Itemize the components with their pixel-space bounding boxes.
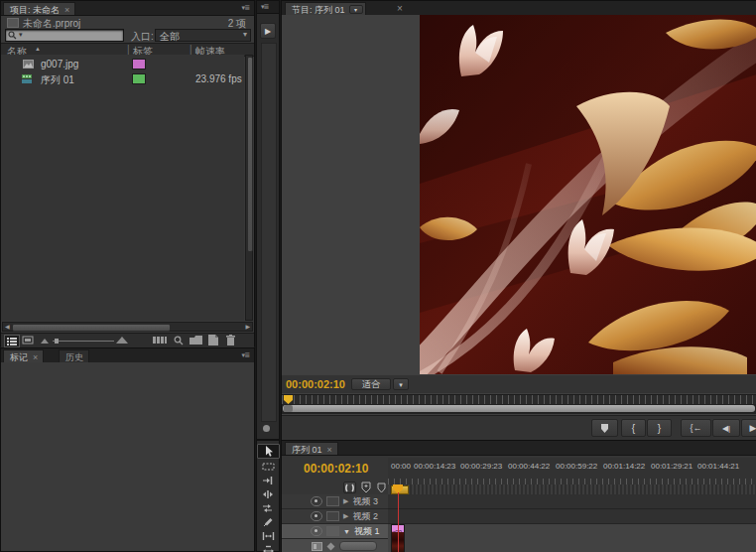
encore-chapter-marker-button[interactable] [361, 482, 371, 493]
tab-project[interactable]: 项目: 未命名× [3, 2, 75, 15]
track-header-v1[interactable]: ▼ 视频 1 [282, 524, 388, 539]
search-input[interactable]: ▾ [5, 29, 124, 42]
scroll-right-icon[interactable]: ▶ [245, 323, 250, 330]
monitor-time-ruler[interactable] [282, 394, 756, 404]
list-item-g007[interactable]: g007.jpg [1, 57, 244, 71]
razor-tool[interactable] [258, 515, 279, 528]
delete-button[interactable] [226, 335, 235, 345]
search-icon [8, 31, 17, 40]
monitor-timecode-row: 00:00:02:10 适合 ▾ [282, 375, 756, 393]
entry-select[interactable]: 全部 ▾ [155, 29, 251, 42]
selection-tool[interactable] [257, 444, 280, 459]
track-collapse-icon[interactable]: ▶ [343, 512, 348, 520]
list-item-sequence[interactable]: 序列 01 23.976 fps [1, 71, 244, 86]
zoom-in-icon[interactable] [116, 337, 128, 344]
tab-history[interactable]: 历史 [59, 349, 89, 362]
track-name: 视频 2 [352, 510, 378, 523]
track-collapse-icon[interactable]: ▼ [343, 528, 350, 535]
add-marker-button[interactable] [591, 419, 618, 437]
close-icon[interactable]: × [327, 445, 332, 455]
vscroll-thumb[interactable] [247, 57, 253, 252]
clip-label: g00 [392, 529, 402, 532]
expand-panel-button[interactable]: ▶ [260, 23, 276, 39]
go-to-in-button[interactable]: {← [681, 419, 711, 437]
collapsed-panel-strip: ▾≣ ▶ [256, 0, 280, 440]
monitor-area-bar[interactable] [282, 404, 756, 414]
track-header-v3[interactable]: ▶ 视频 3 [282, 494, 388, 509]
timeline-timecode[interactable]: 00:00:02:10 [304, 462, 368, 476]
timeline-content: 00:00:02:10 00:00 00:00:14:23 00:00:29:2… [282, 455, 756, 552]
close-icon[interactable]: × [33, 352, 38, 362]
track-lane-v1[interactable] [388, 524, 756, 552]
track-lane-v3[interactable] [388, 494, 756, 509]
tab-sequence-01[interactable]: 序列 01× [285, 442, 338, 455]
icon-view-button[interactable] [22, 336, 34, 345]
monitor-tab-dropdown[interactable]: ▾ [349, 5, 363, 14]
lowerleft-tabstrip: 标记× 历史 ▾≣ [1, 348, 254, 363]
automate-to-sequence-button[interactable] [153, 336, 167, 345]
track-lock-icon[interactable] [326, 496, 339, 506]
label-chip[interactable] [132, 59, 146, 69]
slide-tool[interactable] [258, 543, 279, 552]
panel-dot-icon [263, 425, 270, 432]
go-to-in-icon: {← [690, 423, 701, 433]
track-lock-icon[interactable] [326, 526, 339, 536]
new-bin-button[interactable] [189, 336, 202, 345]
ripple-edit-tool[interactable] [258, 474, 279, 486]
mark-out-button[interactable]: } [647, 419, 672, 437]
new-item-button[interactable] [208, 335, 218, 345]
snap-button[interactable] [343, 482, 356, 493]
track-lane-v2[interactable] [388, 509, 756, 524]
show-keyframes-icon[interactable] [326, 542, 335, 551]
toggle-track-output-icon[interactable] [311, 526, 322, 536]
label-chip[interactable] [132, 73, 146, 84]
fit-dropdown[interactable]: 适合 [351, 378, 391, 390]
close-icon[interactable]: × [64, 5, 69, 15]
step-back-button[interactable]: ◀| [712, 419, 740, 437]
rate-stretch-tool[interactable] [258, 501, 279, 514]
timeline-ruler[interactable]: 00:00 00:00:14:23 00:00:29:23 00:00:44:2… [388, 458, 756, 485]
panel-menu-icon[interactable]: ▾≣ [242, 351, 249, 359]
hscroll-thumb[interactable] [12, 324, 171, 332]
project-filter-row: ▾ 入口: 全部 ▾ [1, 28, 254, 42]
tab-markers[interactable]: 标记× [3, 349, 44, 362]
area-bar-handle[interactable] [284, 405, 293, 412]
track-select-tool[interactable] [258, 460, 279, 473]
panel-menu-icon[interactable]: ▾≣ [261, 3, 268, 11]
image-clip-icon [23, 60, 34, 69]
program-monitor-panel: 节目: 序列 01 ▾ × [281, 0, 756, 440]
mark-in-button[interactable]: { [621, 419, 646, 437]
unnumbered-marker-button[interactable] [377, 483, 386, 493]
list-view-button[interactable] [4, 335, 20, 347]
scroll-left-icon[interactable]: ◀ [5, 323, 10, 330]
step-back-icon: ◀| [722, 424, 730, 433]
track-options-slider[interactable] [339, 541, 377, 551]
work-area-bar[interactable] [388, 484, 756, 494]
playhead-line[interactable] [398, 492, 399, 552]
project-hscrollbar[interactable]: ◀ ▶ [2, 322, 253, 332]
track-header-v1-options [282, 539, 388, 552]
close-icon[interactable]: × [397, 3, 403, 14]
zoom-slider[interactable] [53, 341, 114, 342]
zoom-slider-handle[interactable] [55, 339, 59, 344]
zoom-out-icon[interactable] [41, 339, 49, 344]
toggle-track-output-icon[interactable] [311, 511, 322, 521]
find-button[interactable] [174, 336, 184, 345]
rolling-edit-tool[interactable] [258, 487, 279, 500]
tab-program-monitor[interactable]: 节目: 序列 01 ▾ [285, 2, 366, 15]
play-button[interactable]: ▶ [741, 419, 756, 437]
slip-tool[interactable] [258, 529, 279, 542]
project-vscrollbar[interactable] [245, 55, 253, 321]
premiere-app-window: { "icons": { "close": "×", "dropdown": "… [0, 0, 756, 552]
search-dropdown-icon[interactable]: ▾ [19, 31, 23, 39]
track-lock-icon[interactable] [326, 511, 339, 521]
track-collapse-icon[interactable]: ▶ [343, 497, 348, 505]
fit-dropdown-arrow[interactable]: ▾ [393, 378, 409, 390]
panel-menu-icon[interactable]: ▾≣ [242, 4, 249, 12]
track-header-v2[interactable]: ▶ 视频 2 [282, 509, 388, 524]
monitor-playhead[interactable] [284, 395, 293, 404]
toggle-track-output-icon[interactable] [311, 496, 322, 506]
program-timecode[interactable]: 00:00:02:10 [286, 378, 345, 390]
monitor-tabstrip: 节目: 序列 01 ▾ × [282, 1, 756, 16]
set-display-style-icon[interactable] [312, 542, 322, 551]
